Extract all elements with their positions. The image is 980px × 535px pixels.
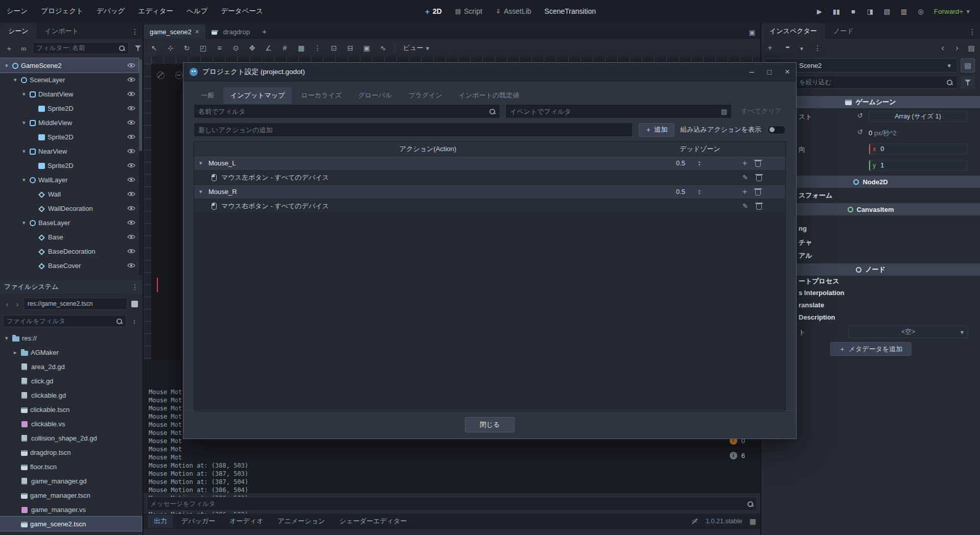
filesystem-filter-input[interactable] (7, 318, 116, 325)
add-node-button[interactable]: + (4, 42, 14, 54)
renderer-select[interactable]: Forward+ (934, 7, 970, 15)
bottom-panel-button[interactable]: シェーダーエディター (333, 515, 413, 528)
visibility-eye-icon[interactable] (127, 205, 138, 211)
scene-tree-row[interactable]: BaseDecoration (0, 244, 138, 258)
ruler-tool-icon[interactable]: ∠ (264, 44, 273, 52)
output-filter-input[interactable] (150, 500, 747, 507)
visibility-eye-icon[interactable] (127, 77, 138, 83)
filesystem-tree-row[interactable]: game_manager.tscn (0, 488, 142, 502)
visibility-eye-icon[interactable] (127, 162, 138, 168)
snap-options-icon[interactable]: ⋮ (313, 44, 322, 52)
visibility-eye-icon[interactable] (127, 134, 138, 140)
edit-event-button[interactable] (742, 202, 748, 210)
visibility-eye-icon[interactable] (127, 248, 138, 254)
unlock-icon[interactable]: ⊟ (346, 44, 355, 52)
new-action-input[interactable] (198, 126, 628, 134)
scene-tree-row[interactable]: WallLayer (0, 173, 138, 187)
filesystem-menu-icon[interactable] (131, 283, 138, 291)
vector-x-field[interactable]: x 0 (869, 143, 967, 155)
close-icon[interactable] (195, 28, 199, 36)
view-menu[interactable]: ビュー (403, 43, 429, 53)
filter-by-event[interactable] (505, 104, 732, 118)
scale-tool-icon[interactable]: ◰ (199, 44, 207, 52)
settings-tab[interactable]: 一般 (194, 87, 221, 104)
event-row[interactable]: マウス左ボタン - すべてのデバイス (194, 171, 785, 185)
scene-tree-row[interactable]: MiddleView (0, 115, 138, 130)
viewport-toggle-icon[interactable] (175, 71, 183, 79)
node-extra-button[interactable] (961, 58, 975, 72)
clear-all-button[interactable]: すべてクリア (737, 107, 786, 116)
editor-tab-script[interactable]: ▤Script (455, 7, 482, 15)
group-icon[interactable]: ▣ (362, 44, 371, 52)
viewport-toggle-icon[interactable] (157, 71, 165, 79)
group-interpolation[interactable]: s Interpolation (799, 289, 845, 297)
revert-icon[interactable] (857, 112, 863, 119)
revert-icon[interactable] (857, 128, 863, 136)
dock-tab[interactable]: インポート (37, 23, 87, 39)
filter-by-name-input[interactable] (198, 108, 489, 115)
add-metadata-button[interactable]: メタデータを追加 (830, 342, 912, 356)
menu-item[interactable]: ヘルプ (180, 0, 214, 22)
menu-item[interactable]: データベース (215, 0, 270, 22)
output-filter[interactable] (147, 497, 757, 511)
scene-tree-row[interactable]: NearView (0, 144, 138, 158)
filesystem-tree-row[interactable]: game_scene2.tscn (0, 517, 142, 531)
grid-snap-icon[interactable]: ▦ (297, 44, 306, 52)
nav-forward-button[interactable]: › (13, 300, 21, 308)
bottom-panel-button[interactable]: オーディオ (223, 515, 269, 528)
expand-arrow-icon[interactable] (22, 177, 30, 183)
scene-tree-row[interactable]: DistantView (0, 87, 138, 101)
deadzone-spinner[interactable]: 0.5 (662, 159, 738, 167)
pan-tool-icon[interactable]: ✥ (248, 44, 256, 52)
scene-tab-game-scene2[interactable]: game_scene2 (144, 25, 205, 39)
new-action-field[interactable] (194, 123, 633, 137)
history-icon[interactable] (967, 44, 976, 52)
minimize-button[interactable] (750, 67, 754, 77)
delete-event-button[interactable] (756, 204, 762, 210)
group-texture[interactable]: チャ (799, 238, 812, 247)
editor-tab-assetlib[interactable]: ⇓AssetLib (496, 7, 531, 15)
visibility-eye-icon[interactable] (127, 220, 138, 226)
new-resource-icon[interactable] (765, 43, 775, 53)
array-value-button[interactable]: Array (サイズ 1) (869, 111, 967, 122)
action-row[interactable]: Mouse_R 0.5 (194, 185, 785, 199)
pause-button[interactable]: ▮▮ (831, 8, 842, 15)
expand-arrow-icon[interactable] (22, 91, 30, 98)
spin-arrows-icon[interactable] (698, 189, 701, 195)
scene-tree-row[interactable]: Base (0, 230, 138, 244)
resource-more-icon[interactable] (813, 44, 822, 52)
visibility-eye-icon[interactable] (127, 105, 138, 111)
group-description[interactable]: Description (799, 313, 835, 321)
group-material[interactable]: アル (799, 251, 812, 260)
dock-tab[interactable]: ノード (825, 23, 862, 39)
scene-tree-row[interactable]: Wall (0, 187, 138, 201)
history-forward-icon[interactable] (952, 43, 962, 53)
profiler-icon[interactable]: ◎ (916, 8, 926, 15)
action-row[interactable]: Mouse_L 0.5 (194, 156, 785, 171)
delete-action-button[interactable] (755, 161, 761, 167)
pivot-tool-icon[interactable]: ⊙ (231, 44, 240, 52)
visibility-eye-icon[interactable] (127, 262, 138, 269)
scene-tree-row[interactable]: BaseCover (0, 258, 138, 273)
toggle-split-mode-button[interactable] (129, 298, 139, 309)
visibility-eye-icon[interactable] (127, 119, 138, 126)
menu-item[interactable]: シーン (0, 0, 34, 22)
expand-arrow-icon[interactable] (5, 62, 12, 69)
settings-tab[interactable]: ローカライズ (294, 87, 349, 104)
dock-tab[interactable]: インスペクター (761, 23, 825, 39)
rotate-tool-icon[interactable]: ↻ (182, 44, 191, 52)
delete-action-button[interactable] (755, 189, 761, 196)
filesystem-tree-row[interactable]: clickable.tscn (0, 402, 142, 417)
deploy-icon[interactable]: ▥ (899, 8, 909, 15)
sort-files-button[interactable] (129, 315, 139, 327)
filesystem-tree-row[interactable]: dragdrop.tscn (0, 445, 142, 459)
scene-tree-row[interactable]: GameScene2 (0, 58, 138, 72)
expand-arrow-icon[interactable] (22, 119, 30, 126)
expand-arrow-icon[interactable] (22, 148, 30, 155)
expand-viewport-icon[interactable]: ▣ (749, 29, 755, 36)
scene-tree-row[interactable]: SceneLayer (0, 72, 138, 87)
current-path[interactable]: res://game_scene2.tscn (24, 298, 127, 310)
filesystem-tree-row[interactable]: res:// (0, 331, 142, 345)
editor-tab-scenetransition[interactable]: SceneTransition (545, 7, 596, 15)
filesystem-tree-row[interactable]: floor.tscn (0, 459, 142, 474)
